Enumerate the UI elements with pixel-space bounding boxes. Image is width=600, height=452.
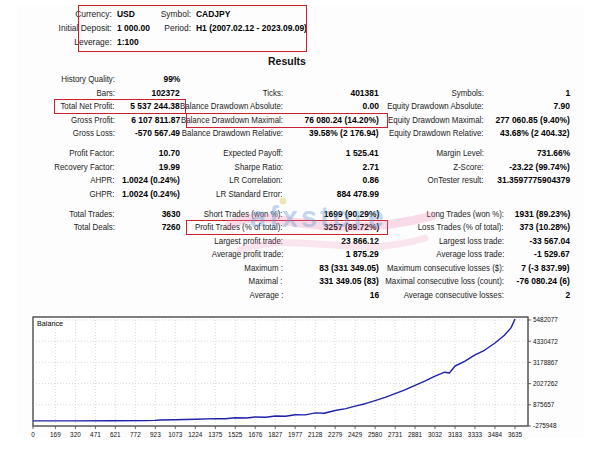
- stat-value: -23.22 (99.74%): [509, 161, 570, 175]
- stat-value: 401381: [351, 87, 379, 101]
- stat-value: 731.66%: [537, 147, 570, 161]
- stat-label: Long Trades (won %):: [427, 208, 504, 222]
- x-tick-label: 1073: [168, 431, 183, 438]
- stat-value: 1.0024 (0.24%): [122, 174, 180, 188]
- stats-row: Maximal :331 349.05 (83)Maximal consecut…: [40, 275, 570, 289]
- stat-value: 1: [565, 87, 570, 101]
- stats-row: AHPR:1.0024 (0.24%)LR Correlation:0.86On…: [40, 174, 570, 188]
- balance-chart: -275948875657202726231788674330472548207…: [25, 312, 581, 446]
- stat-value: 1.0024 (0.24%): [122, 188, 180, 202]
- stat-label: Recovery Factor:: [55, 161, 115, 175]
- watermark-text: afxstore: [250, 201, 387, 234]
- stats-rows: History Quality:99%Bars:102372Ticks:4013…: [40, 73, 570, 304]
- x-tick-label: 0: [31, 431, 35, 438]
- stat-value: 884 478.99: [337, 188, 379, 202]
- stat-value: -570 567.49: [135, 127, 180, 141]
- stat-label: Equity Drawdown Absolute:: [388, 100, 484, 114]
- stat-label: GHPR:: [90, 188, 115, 202]
- stat-label: Largest profit trade:: [214, 235, 283, 249]
- x-tick-label: 923: [150, 431, 161, 438]
- stat-value: 2.71: [363, 161, 379, 175]
- stat-value: 23 866.12: [341, 235, 379, 249]
- balance-chart-svg: -275948875657202726231788674330472548207…: [25, 312, 581, 446]
- x-tick-label: 1676: [248, 431, 263, 438]
- stat-label: Expected Payoff:: [223, 147, 283, 161]
- x-tick-label: 772: [130, 431, 141, 438]
- stat-value: 99%: [163, 73, 180, 87]
- y-tick-label: 3178867: [533, 359, 558, 366]
- stat-label: Equity Drawdown Maximal:: [388, 114, 484, 128]
- stat-value: 102372: [152, 87, 180, 101]
- x-tick-label: 1224: [188, 431, 203, 438]
- stats-row: Maximum :83 (331 349.05)Maximum consecut…: [40, 262, 570, 276]
- stats-row: Total Net Profit:5 537 244.38Balance Dra…: [40, 100, 570, 114]
- stat-value: 373 (10.28%): [519, 221, 570, 235]
- highlight-box: [186, 113, 388, 128]
- stat-value: 1931 (89.23%): [515, 208, 570, 222]
- stat-value: 1 875.29: [346, 248, 379, 262]
- stats-row: Average :16Average consecutive losses:2: [40, 289, 570, 303]
- stat-label: Total Deals:: [74, 221, 115, 235]
- x-tick-label: 2429: [348, 431, 363, 438]
- stat-label: Balance Drawdown Relative:: [182, 127, 283, 141]
- x-tick-label: 1977: [288, 431, 303, 438]
- stat-label: Gross Profit:: [71, 114, 115, 128]
- stat-label: Equity Drawdown Relative:: [389, 127, 484, 141]
- stat-value: 331 349.05 (83): [319, 275, 379, 289]
- stat-label: Bars:: [97, 87, 115, 101]
- stats-row: GHPR:1.0024 (0.24%)LR Standard Error:884…: [40, 188, 570, 202]
- chart-legend-balance: Balance: [37, 319, 63, 328]
- stat-value: -1 529.67: [534, 248, 570, 262]
- stat-label: History Quality:: [61, 73, 115, 87]
- y-tick-label: 4330472: [533, 338, 558, 345]
- stat-value: 83 (331 349.05): [319, 262, 379, 276]
- y-tick-label: -275948: [533, 422, 557, 429]
- x-tick-label: 320: [70, 431, 81, 438]
- stat-value: -76 080.24 (6): [517, 275, 570, 289]
- x-tick-label: 2731: [388, 431, 403, 438]
- y-tick-label: 5482077: [533, 316, 558, 323]
- stats-row: Recovery Factor:19.99Sharpe Ratio:2.71Z-…: [40, 161, 570, 175]
- x-tick-label: 621: [110, 431, 121, 438]
- stats-row: Bars:102372Ticks:401381Symbols:1: [40, 87, 570, 101]
- stat-label: Average consecutive losses:: [404, 289, 504, 303]
- stat-label: LR Correlation:: [230, 174, 283, 188]
- backtest-report-screenshot: { "header": { "results_title": "Results"…: [0, 0, 600, 452]
- stat-value: -33 567.04: [530, 235, 570, 249]
- x-tick-label: 3635: [508, 431, 523, 438]
- stat-label: LR Standard Error:: [217, 188, 283, 202]
- stat-value: 7.90: [554, 100, 570, 114]
- stat-value: 0.86: [363, 174, 379, 188]
- stat-label: Largest loss trade:: [439, 235, 504, 249]
- stat-value: 6 107 811.87: [131, 114, 180, 128]
- stats-row: Largest profit trade:23 866.12Largest lo…: [40, 235, 570, 249]
- info-highlight-box: [78, 5, 307, 52]
- plot-area: [33, 317, 528, 426]
- stat-label: Average profit trade:: [211, 248, 283, 262]
- x-tick-label: 3484: [488, 431, 503, 438]
- stats-row: History Quality:99%: [40, 73, 570, 87]
- y-tick-label: 2027262: [533, 380, 558, 387]
- stat-label: Total Trades:: [70, 208, 115, 222]
- x-tick-label: 1525: [228, 431, 243, 438]
- x-tick-label: 471: [90, 431, 101, 438]
- stat-label: Ticks:: [263, 87, 283, 101]
- stat-label: Average loss trade:: [436, 248, 504, 262]
- stat-value: 3630: [161, 208, 180, 222]
- stat-value: 277 060.85 (9.40%): [496, 114, 570, 128]
- stat-value: 0.00: [363, 100, 379, 114]
- stat-value: 7 (-3 837.99): [522, 262, 570, 276]
- stats-row: Profit Factor:10.70Expected Payoff:1 525…: [40, 147, 570, 161]
- stat-value: 39.58% (2 176.94): [309, 127, 379, 141]
- stat-value: 16: [370, 289, 379, 303]
- x-tick-label: 3183: [448, 431, 463, 438]
- stats-row: Average profit trade:1 875.29Average los…: [40, 248, 570, 262]
- stat-value: 19.99: [159, 161, 180, 175]
- x-tick-label: 3032: [428, 431, 443, 438]
- stat-label: Loss Trades (% of total):: [418, 221, 504, 235]
- stat-label: Sharpe Ratio:: [235, 161, 283, 175]
- stat-label: Balance Drawdown Absolute:: [180, 100, 283, 114]
- stat-label: Maximum :: [244, 262, 283, 276]
- stats-row: Gross Profit:6 107 811.87Balance Drawdow…: [40, 114, 570, 128]
- x-tick-label: 3333: [468, 431, 483, 438]
